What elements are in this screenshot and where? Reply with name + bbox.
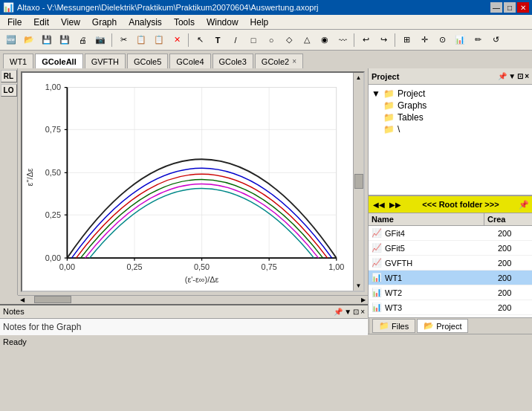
tree-item-project[interactable]: ▼ 📁 Project bbox=[372, 88, 529, 100]
file-cre-gfit5: 200 bbox=[495, 242, 532, 254]
file-row-gfit5[interactable]: 📈GFit5 200 bbox=[369, 241, 532, 256]
toolbar-diamond[interactable]: ◇ bbox=[281, 32, 297, 48]
tab-bar: WT1 GColeAll GVFTH GCole5 GCole4 GCole3 … bbox=[0, 51, 532, 68]
toolbar-new[interactable]: 🆕 bbox=[3, 32, 19, 48]
file-name-wt1: 📊WT1 bbox=[369, 271, 495, 284]
menu-window[interactable]: Window bbox=[201, 16, 244, 29]
file-row-wt2[interactable]: 📊WT2 200 bbox=[369, 285, 532, 300]
tab-gvfth[interactable]: GVFTH bbox=[85, 54, 126, 68]
toolbar-undo[interactable]: ↩ bbox=[357, 32, 374, 48]
tree-item-backslash[interactable]: 📁 \ bbox=[383, 123, 529, 135]
notes-panel: Notes 📌 ▼ ⊡ × Notes for the Graph bbox=[0, 304, 368, 335]
root-nav-left[interactable]: ◀◀ bbox=[372, 200, 386, 210]
right-bottom-tabs: 📁 Files 📂 Project bbox=[369, 318, 532, 334]
menu-analysis[interactable]: Analysis bbox=[123, 16, 168, 29]
toolbar-sep4 bbox=[395, 33, 395, 47]
toolbar-rect[interactable]: □ bbox=[245, 32, 262, 48]
menu-bar: File Edit View Graph Analysis Tools Wind… bbox=[0, 15, 532, 30]
toolbar-save2[interactable]: 💾 bbox=[56, 32, 73, 48]
file-row-gvfth[interactable]: 📈GVFTH 200 bbox=[369, 256, 532, 271]
tab-files[interactable]: 📁 Files bbox=[372, 319, 415, 333]
toolbar-curve[interactable]: ◉ bbox=[317, 32, 333, 48]
tab-gcoleall[interactable]: GColeAll bbox=[35, 54, 82, 68]
toolbar-line[interactable]: / bbox=[227, 32, 244, 48]
file-cre-wt2: 200 bbox=[495, 287, 532, 299]
maximize-button[interactable]: □ bbox=[504, 2, 516, 13]
toolbar-paste[interactable]: 📋 bbox=[151, 32, 167, 48]
toolbar-chart[interactable]: 📊 bbox=[452, 32, 468, 48]
tab-gcole4[interactable]: GCole4 bbox=[169, 54, 210, 68]
lo-button[interactable]: LO bbox=[1, 84, 17, 97]
toolbar-delete[interactable]: ✕ bbox=[169, 32, 185, 48]
toolbar-wave[interactable]: 〰 bbox=[334, 32, 351, 48]
notes-header-controls: 📌 ▼ ⊡ × bbox=[334, 308, 365, 316]
menu-tools[interactable]: Tools bbox=[168, 16, 201, 29]
file-row-gfit4[interactable]: 📈GFit4 200 bbox=[369, 226, 532, 241]
svg-text:0,50: 0,50 bbox=[45, 168, 61, 177]
vscrollbar[interactable]: ▲ ▼ bbox=[353, 73, 363, 291]
file-row-wt1[interactable]: 📊WT1 200 bbox=[369, 271, 532, 285]
tree-folder-tables-icon: 📁 bbox=[383, 112, 395, 123]
toolbar-open[interactable]: 📂 bbox=[21, 32, 37, 48]
close-button[interactable]: ✕ bbox=[517, 2, 529, 13]
notes-detach-icon[interactable]: ⊡ bbox=[353, 308, 359, 316]
toolbar-refresh[interactable]: ↺ bbox=[487, 32, 504, 48]
tab-gcole3[interactable]: GCole3 bbox=[213, 54, 253, 68]
tree-label-backslash: \ bbox=[398, 124, 400, 135]
notes-x-icon[interactable]: × bbox=[360, 308, 365, 316]
toolbar-save[interactable]: 💾 bbox=[39, 32, 55, 48]
file-icon-wt1: 📊 bbox=[372, 273, 382, 282]
project-tree: ▼ 📁 Project 📁 Graphs 📁 Tables 📁 \ bbox=[369, 85, 532, 195]
file-cre-wt3: 200 bbox=[495, 302, 532, 314]
root-nav-right[interactable]: ▶▶ bbox=[388, 200, 403, 210]
toolbar-edit2[interactable]: ✏ bbox=[470, 32, 486, 48]
project-title: Project bbox=[372, 72, 399, 81]
minimize-button[interactable]: — bbox=[490, 2, 502, 13]
tree-folder-graphs-icon: 📁 bbox=[383, 100, 395, 111]
file-name-wt2: 📊WT2 bbox=[369, 286, 495, 299]
file-icon-gvfth: 📈 bbox=[372, 258, 382, 268]
col-header-cre: Crea bbox=[484, 213, 522, 225]
tab-gcole5[interactable]: GCole5 bbox=[127, 54, 168, 68]
tab-gcole2[interactable]: GCole2 × bbox=[255, 54, 303, 68]
toolbar-pointer[interactable]: ↖ bbox=[192, 32, 208, 48]
tab-wt1[interactable]: WT1 bbox=[3, 54, 33, 68]
notes-close-icon[interactable]: ▼ bbox=[344, 308, 351, 316]
toolbar-snapshot[interactable]: 📷 bbox=[92, 32, 108, 48]
tree-item-graphs[interactable]: 📁 Graphs bbox=[383, 100, 529, 111]
project-detach-icon[interactable]: ⊡ bbox=[517, 72, 523, 80]
toolbar-print[interactable]: 🖨 bbox=[74, 32, 91, 48]
title-bar-controls: — □ ✕ bbox=[490, 2, 529, 13]
tree-label-tables: Tables bbox=[398, 112, 424, 123]
main-layout: RL LO bbox=[0, 68, 532, 317]
notes-pin-icon[interactable]: 📌 bbox=[334, 308, 343, 316]
toolbar-cross[interactable]: ✛ bbox=[416, 32, 432, 48]
toolbar-circle-dot[interactable]: ⊙ bbox=[434, 32, 450, 48]
graph-svg: 1,00 0,75 0,50 0,25 0,00 0,00 0,25 0,50 … bbox=[22, 73, 363, 291]
file-row-wt3[interactable]: 📊WT3 200 bbox=[369, 300, 532, 315]
project-close-icon[interactable]: × bbox=[525, 72, 529, 80]
tree-item-tables[interactable]: 📁 Tables bbox=[383, 111, 529, 123]
file-row-wt4[interactable]: 📊WT4 200 bbox=[369, 315, 532, 317]
toolbar-copy[interactable]: 📋 bbox=[133, 32, 149, 48]
menu-graph[interactable]: Graph bbox=[86, 16, 123, 29]
toolbar-grid[interactable]: ⊞ bbox=[398, 32, 415, 48]
menu-view[interactable]: View bbox=[55, 16, 86, 29]
menu-file[interactable]: File bbox=[1, 16, 27, 29]
rl-button[interactable]: RL bbox=[1, 70, 17, 82]
toolbar-text[interactable]: T bbox=[210, 32, 226, 48]
hscrollbar[interactable]: ◀ ▶ bbox=[18, 295, 368, 304]
tab-close-icon[interactable]: × bbox=[292, 57, 296, 65]
toolbar-sep2 bbox=[188, 33, 189, 47]
project-pin-icon[interactable]: 📌 bbox=[498, 72, 507, 80]
toolbar-redo[interactable]: ↪ bbox=[375, 32, 392, 48]
toolbar-triangle[interactable]: △ bbox=[299, 32, 315, 48]
tab-project[interactable]: 📂 Project bbox=[417, 319, 468, 333]
project-down-icon[interactable]: ▼ bbox=[508, 72, 516, 80]
toolbar-cut[interactable]: ✂ bbox=[115, 32, 132, 48]
root-folder-pin[interactable]: 📌 bbox=[519, 200, 529, 210]
menu-edit[interactable]: Edit bbox=[27, 16, 55, 29]
toolbar-ellipse[interactable]: ○ bbox=[263, 32, 279, 48]
window-title: Altaxo - V:\Messungen\Dielektrik\Praktik… bbox=[17, 3, 319, 12]
menu-help[interactable]: Help bbox=[244, 16, 275, 29]
